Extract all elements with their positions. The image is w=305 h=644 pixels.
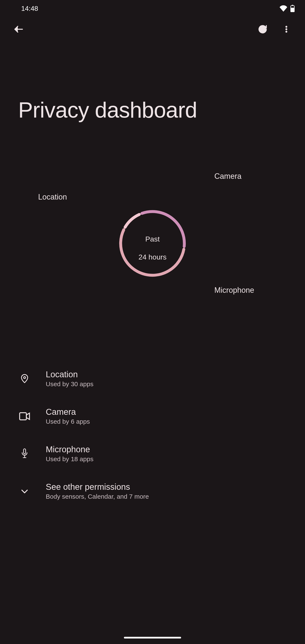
permission-title: See other permissions [46,482,149,492]
location-pin-icon [19,373,30,385]
donut-center-label: Past 24 hours [138,226,166,262]
arrow-left-icon [14,24,24,35]
status-time: 14:48 [21,5,38,12]
status-icons [280,5,295,12]
permission-title: Location [46,370,94,379]
permission-row-camera[interactable]: Camera Used by 6 apps [0,398,305,435]
svg-rect-8 [20,413,26,420]
page-title: Privacy dashboard [0,42,305,123]
svg-point-4 [286,26,287,28]
donut-label-microphone: Microphone [214,286,254,295]
chevron-down-icon [19,485,30,497]
more-vert-icon [282,25,290,34]
donut-label-location: Location [38,192,67,202]
microphone-icon [19,448,30,460]
donut-center-line2: 24 hours [138,253,166,261]
permission-subtitle: Used by 30 apps [46,380,94,388]
permission-title: Camera [46,407,90,417]
svg-point-6 [286,31,287,32]
permission-subtitle: Body sensors, Calendar, and 7 more [46,493,149,500]
usage-donut-chart: Past 24 hours Location Camera Microphone [0,165,305,322]
svg-point-5 [286,28,287,30]
back-button[interactable] [9,20,28,39]
permission-row-location[interactable]: Location Used by 30 apps [0,360,305,398]
battery-icon [290,5,295,12]
app-bar [0,17,305,42]
donut-label-camera: Camera [214,172,242,181]
status-bar: 14:48 [0,0,305,17]
permission-title: Microphone [46,445,94,454]
svg-point-7 [24,376,26,378]
refresh-icon [258,24,268,35]
camera-icon [19,410,30,422]
svg-rect-9 [24,449,26,454]
permission-row-other[interactable]: See other permissions Body sensors, Cale… [0,472,305,510]
overflow-menu-button[interactable] [277,20,296,39]
navigation-pill[interactable] [124,637,181,638]
permission-subtitle: Used by 18 apps [46,456,94,463]
permissions-list: Location Used by 30 apps Camera Used by … [0,360,305,510]
donut-center-line1: Past [145,235,160,243]
refresh-button[interactable] [253,20,272,39]
svg-rect-2 [291,8,294,12]
wifi-icon [280,5,287,12]
permission-subtitle: Used by 6 apps [46,418,90,425]
permission-row-microphone[interactable]: Microphone Used by 18 apps [0,435,305,472]
